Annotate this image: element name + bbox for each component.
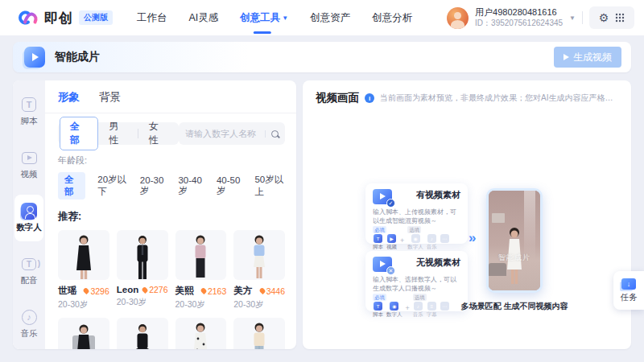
human-name: 世瑶 [58, 285, 76, 297]
beta-badge: 公测版 [79, 10, 113, 25]
page-title: 智能成片 [55, 50, 100, 64]
card-title: 有视频素材 [416, 189, 460, 201]
human-age: 20-30岁 [175, 299, 227, 311]
legal-notice: 当前画面为素材预览，非最终成片效果；您对AI生成内容应严格遵循国家相关法律法规的… [380, 93, 620, 104]
human-name: 美方 [233, 285, 252, 297]
sidebar-item-script[interactable]: T 脚本 [14, 88, 43, 135]
nav-ai-inspiration[interactable]: AI灵感 [189, 6, 219, 30]
folder-video-icon [373, 189, 392, 204]
user-menu-caret-icon[interactable]: ▼ [569, 14, 576, 22]
digital-human-mini-icon: ◉ [411, 234, 420, 243]
video-mini-icon: ▶ [387, 234, 396, 243]
optional-tag: 选填 [407, 226, 421, 233]
music-icon: ♪ [22, 310, 37, 325]
topbar: 即创 公测版 工作台 AI灵感 创意工具▼ 创意资产 创意分析 用户498028… [0, 0, 644, 35]
avatar-image [233, 318, 285, 349]
age-40-50[interactable]: 40-50岁 [217, 175, 243, 197]
sidebar-item-video[interactable]: 视频 [14, 142, 43, 188]
digital-human-card[interactable]: 美蔓 4475 [175, 318, 227, 349]
tab-appearance[interactable]: 形象 [58, 90, 80, 105]
age-under-20[interactable]: 20岁以下 [97, 174, 128, 198]
nav-creative-assets[interactable]: 创意资产 [310, 6, 350, 30]
sidebar-item-digital-human[interactable]: 数字人 [14, 195, 43, 241]
avatar-image [233, 230, 285, 280]
page-header: 智能成片 生成视频 [13, 42, 631, 72]
search-box [179, 122, 285, 145]
nav-creative-analysis[interactable]: 创意分析 [372, 6, 412, 30]
avatar-image [175, 230, 227, 280]
age-over-50[interactable]: 50岁以上 [254, 174, 285, 198]
brand: 即创 公测版 [14, 9, 113, 27]
script-icon: T [22, 97, 36, 112]
plus-icon: + [400, 237, 404, 251]
settings-icon[interactable]: ⚙ [599, 12, 609, 23]
task-float-button[interactable]: 任务 [613, 271, 644, 310]
card-description: 输入脚本、选择数字人，可以生成数字人口播视频～ [373, 275, 460, 293]
digital-human-card[interactable]: 美熙 2163 20-30岁 [175, 230, 227, 311]
gender-male[interactable]: 男性 [98, 117, 137, 150]
optional-tag: 选填 [413, 294, 427, 301]
folder-video-icon [373, 257, 392, 272]
digital-human-card[interactable]: Leon 2276 20-30岁 [117, 230, 168, 311]
user-name: 用户4980280481616 [475, 7, 563, 19]
digital-human-card[interactable]: 才吉 2322 [117, 318, 168, 349]
avatar[interactable] [447, 7, 469, 29]
gender-segmented-control: 全部 男性 女性 [58, 122, 179, 145]
flame-icon [200, 287, 207, 294]
age-filter-row: 全部 20岁以下 20-30岁 30-40岁 40-50岁 50岁以上 [58, 172, 285, 200]
human-age: 20-30岁 [117, 297, 168, 308]
voiceover-icon: T [22, 258, 36, 270]
divider [582, 11, 583, 24]
avatar-image [117, 318, 168, 349]
apps-grid-icon[interactable] [615, 13, 625, 23]
gender-female[interactable]: 女性 [138, 117, 177, 150]
cross-badge-icon [386, 266, 395, 275]
left-panel: T 脚本 视频 数字人 T 配音 ♪ 音乐 形象 背景 全部 男性 [13, 80, 296, 349]
generate-video-button[interactable]: 生成视频 [554, 47, 621, 68]
gender-all[interactable]: 全部 [60, 117, 98, 150]
music-mini-icon: ♪ [414, 302, 423, 311]
smart-video-icon [24, 47, 45, 68]
subtitle-mini-icon: ≡ [427, 302, 436, 311]
usage-count: 2163 [208, 286, 226, 296]
human-name: 美熙 [175, 285, 194, 297]
search-input[interactable] [185, 129, 265, 138]
watermark: 智能成片 [489, 253, 540, 263]
human-age: 20-30岁 [233, 299, 285, 311]
flame-icon [142, 286, 149, 293]
tab-background[interactable]: 背景 [99, 90, 121, 105]
digital-human-card[interactable]: 宁烟 2903 [233, 318, 285, 349]
search-icon[interactable] [265, 130, 279, 138]
age-30-40[interactable]: 30-40岁 [178, 175, 204, 197]
sidebar-item-voiceover[interactable]: T 配音 [14, 248, 43, 294]
age-filter-label: 年龄段: [58, 154, 285, 167]
user-id: ID：3952075612624345 [475, 19, 563, 29]
nav-creative-tools[interactable]: 创意工具▼ [240, 6, 288, 30]
digital-human-card[interactable]: 世菲 7304 [58, 318, 109, 349]
chevron-down-icon: ▼ [282, 14, 288, 22]
usage-count: 3296 [90, 286, 109, 296]
music-mini-icon: ♪ [427, 234, 436, 243]
usage-count: 3446 [266, 286, 285, 296]
avatar-image [117, 230, 168, 280]
video-preview-panel: 视频画面 当前画面为素材预览，非最终成片效果；您对AI生成内容应严格遵循国家相关… [303, 80, 631, 349]
usage-count: 2276 [149, 285, 167, 294]
video-icon [22, 152, 37, 164]
digital-human-card[interactable]: 美方 3446 20-30岁 [233, 230, 285, 311]
check-badge-icon [386, 199, 395, 208]
avatar-image [58, 230, 109, 280]
flame-icon [83, 287, 90, 294]
card-title: 无视频素材 [416, 257, 460, 269]
digital-human-card[interactable]: 世瑶 3296 20-30岁 [58, 230, 109, 311]
flow-arrow-icon: » [469, 230, 473, 246]
age-all[interactable]: 全部 [58, 172, 85, 200]
sidebar-item-music[interactable]: ♪ 音乐 [14, 301, 43, 348]
age-20-30[interactable]: 20-30岁 [140, 175, 167, 197]
required-tag: 必填 [373, 294, 386, 301]
module-sidebar: T 脚本 视频 数字人 T 配音 ♪ 音乐 [13, 80, 45, 349]
plus-icon: + [406, 304, 410, 319]
avatar-image [175, 318, 227, 349]
more-mini-icon [440, 234, 449, 243]
video-preview-frame: 智能成片 [486, 188, 543, 293]
nav-workbench[interactable]: 工作台 [137, 6, 167, 30]
